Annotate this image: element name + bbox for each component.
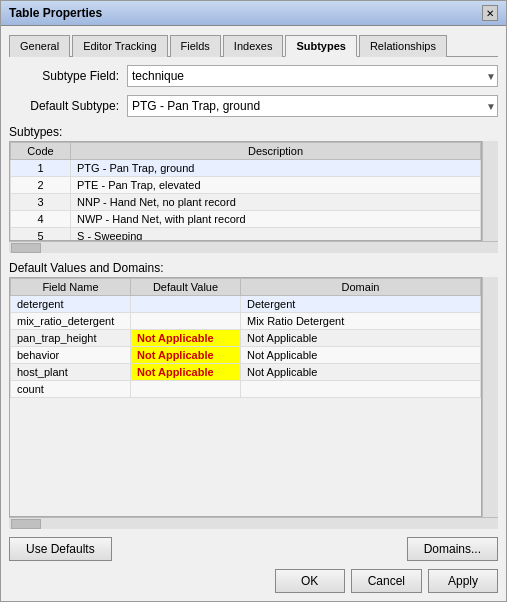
domain-cell: Detergent <box>241 296 481 313</box>
table-row[interactable]: detergentDetergent <box>11 296 481 313</box>
code-cell: 5 <box>11 228 71 242</box>
default-value-cell <box>131 296 241 313</box>
tab-subtypes[interactable]: Subtypes <box>285 35 357 57</box>
table-row[interactable]: mix_ratio_detergentMix Ratio Detergent <box>11 313 481 330</box>
description-cell: NWP - Hand Net, with plant record <box>71 211 481 228</box>
subtypes-scrollbar[interactable] <box>482 141 498 241</box>
bottom-buttons-row: OK Cancel Apply <box>9 569 498 593</box>
default-value-cell <box>131 313 241 330</box>
domain-table-container: Field Name Default Value Domain detergen… <box>9 277 498 517</box>
code-cell: 1 <box>11 160 71 177</box>
default-value-cell: Not Applicable <box>131 330 241 347</box>
col-domain: Domain <box>241 279 481 296</box>
domain-scrollbar[interactable] <box>482 277 498 517</box>
tab-editor-tracking[interactable]: Editor Tracking <box>72 35 167 57</box>
subtype-field-label: Subtype Field: <box>9 69 119 83</box>
subtypes-h-scrollbar[interactable] <box>9 241 498 253</box>
description-cell: S - Sweeping <box>71 228 481 242</box>
default-value-cell <box>131 381 241 398</box>
default-subtype-row: Default Subtype: PTG - Pan Trap, ground … <box>9 95 498 117</box>
table-row[interactable]: 3NNP - Hand Net, no plant record <box>11 194 481 211</box>
field-name-cell: mix_ratio_detergent <box>11 313 131 330</box>
default-subtype-select[interactable]: PTG - Pan Trap, ground <box>127 95 498 117</box>
field-name-cell: pan_trap_height <box>11 330 131 347</box>
table-row[interactable]: 4NWP - Hand Net, with plant record <box>11 211 481 228</box>
table-row[interactable]: host_plantNot ApplicableNot Applicable <box>11 364 481 381</box>
domain-cell: Mix Ratio Detergent <box>241 313 481 330</box>
field-name-cell: behavior <box>11 347 131 364</box>
domain-table-scroll[interactable]: Field Name Default Value Domain detergen… <box>10 278 481 398</box>
tab-indexes[interactable]: Indexes <box>223 35 284 57</box>
tab-relationships[interactable]: Relationships <box>359 35 447 57</box>
subtypes-table-scroll[interactable]: Code Description 1PTG - Pan Trap, ground… <box>10 142 481 241</box>
domain-section: Default Values and Domains: Field Name D… <box>9 261 498 529</box>
description-cell: PTE - Pan Trap, elevated <box>71 177 481 194</box>
field-name-cell: host_plant <box>11 364 131 381</box>
field-name-cell: count <box>11 381 131 398</box>
tab-fields[interactable]: Fields <box>170 35 221 57</box>
subtypes-table-container: Code Description 1PTG - Pan Trap, ground… <box>9 141 498 241</box>
domain-cell: Not Applicable <box>241 330 481 347</box>
domain-table: Field Name Default Value Domain detergen… <box>10 278 481 398</box>
default-subtype-select-wrapper: PTG - Pan Trap, ground ▼ <box>127 95 498 117</box>
domain-cell: Not Applicable <box>241 364 481 381</box>
col-default-value: Default Value <box>131 279 241 296</box>
table-properties-window: Table Properties ✕ General Editor Tracki… <box>0 0 507 602</box>
domain-table-border: Field Name Default Value Domain detergen… <box>9 277 482 517</box>
col-description: Description <box>71 143 481 160</box>
table-row[interactable]: count <box>11 381 481 398</box>
domain-h-thumb <box>11 519 41 529</box>
description-cell: PTG - Pan Trap, ground <box>71 160 481 177</box>
domain-h-scrollbar[interactable] <box>9 517 498 529</box>
subtypes-table: Code Description 1PTG - Pan Trap, ground… <box>10 142 481 241</box>
col-code: Code <box>11 143 71 160</box>
ok-button[interactable]: OK <box>275 569 345 593</box>
main-content: General Editor Tracking Fields Indexes S… <box>1 26 506 601</box>
use-defaults-button[interactable]: Use Defaults <box>9 537 112 561</box>
cancel-button[interactable]: Cancel <box>351 569 422 593</box>
domains-button[interactable]: Domains... <box>407 537 498 561</box>
code-cell: 3 <box>11 194 71 211</box>
close-button[interactable]: ✕ <box>482 5 498 21</box>
col-field-name: Field Name <box>11 279 131 296</box>
subtype-field-row: Subtype Field: technique ▼ <box>9 65 498 87</box>
tab-general[interactable]: General <box>9 35 70 57</box>
description-cell: NNP - Hand Net, no plant record <box>71 194 481 211</box>
subtype-field-select-wrapper: technique ▼ <box>127 65 498 87</box>
apply-button[interactable]: Apply <box>428 569 498 593</box>
field-name-cell: detergent <box>11 296 131 313</box>
tab-bar: General Editor Tracking Fields Indexes S… <box>9 34 498 57</box>
table-row[interactable]: 5S - Sweeping <box>11 228 481 242</box>
table-row[interactable]: behaviorNot ApplicableNot Applicable <box>11 347 481 364</box>
domain-cell: Not Applicable <box>241 347 481 364</box>
action-buttons-row: Use Defaults Domains... <box>9 537 498 561</box>
subtypes-table-border: Code Description 1PTG - Pan Trap, ground… <box>9 141 482 241</box>
window-title: Table Properties <box>9 6 102 20</box>
domain-label: Default Values and Domains: <box>9 261 498 275</box>
code-cell: 4 <box>11 211 71 228</box>
table-row[interactable]: 2PTE - Pan Trap, elevated <box>11 177 481 194</box>
default-subtype-label: Default Subtype: <box>9 99 119 113</box>
default-value-cell: Not Applicable <box>131 364 241 381</box>
code-cell: 2 <box>11 177 71 194</box>
default-value-cell: Not Applicable <box>131 347 241 364</box>
subtypes-label: Subtypes: <box>9 125 498 139</box>
title-bar: Table Properties ✕ <box>1 1 506 26</box>
subtype-field-select[interactable]: technique <box>127 65 498 87</box>
table-row[interactable]: 1PTG - Pan Trap, ground <box>11 160 481 177</box>
subtypes-h-thumb <box>11 243 41 253</box>
domain-cell <box>241 381 481 398</box>
subtypes-section: Subtypes: Code Description 1PTG <box>9 125 498 253</box>
table-row[interactable]: pan_trap_heightNot ApplicableNot Applica… <box>11 330 481 347</box>
